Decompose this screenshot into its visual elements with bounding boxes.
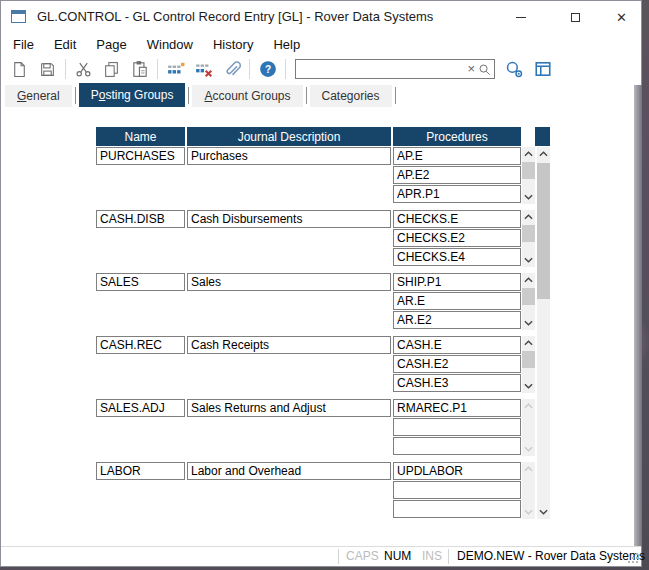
row-name-input[interactable]	[96, 147, 185, 165]
column-header-name: Name	[96, 127, 185, 146]
tab-general[interactable]: General	[5, 85, 72, 107]
scroll-thumb[interactable]	[522, 225, 535, 242]
scroll-up-icon[interactable]	[522, 462, 535, 476]
scroll-up-icon[interactable]	[522, 147, 535, 161]
scroll-up-icon[interactable]	[522, 336, 535, 350]
tab-posting-groups[interactable]: Posting Groups	[79, 83, 186, 107]
search-input[interactable]	[296, 61, 464, 77]
row-name-input[interactable]	[96, 336, 185, 354]
paste-button[interactable]	[127, 58, 152, 80]
row-procedure-input[interactable]	[393, 311, 521, 329]
tab-categories[interactable]: Categories	[310, 85, 392, 107]
row-procedure-input[interactable]	[393, 374, 521, 392]
layout-button[interactable]	[530, 58, 555, 80]
menu-page[interactable]: Page	[86, 37, 136, 52]
row-name-input[interactable]	[96, 462, 185, 480]
toolbar-separator	[65, 59, 66, 79]
row-procedure-input[interactable]	[393, 210, 521, 228]
tab-account-groups[interactable]: Account Groups	[192, 85, 302, 107]
toolbar: ? ×	[1, 55, 639, 83]
tab-strip: GeneralPosting GroupsAccount GroupsCateg…	[5, 83, 399, 107]
toolbar-separator	[249, 59, 250, 79]
minimize-button[interactable]	[500, 1, 542, 33]
maximize-button[interactable]	[554, 1, 596, 33]
row-name-input[interactable]	[96, 210, 185, 228]
cut-button[interactable]	[71, 58, 96, 80]
search-clear-icon[interactable]: ×	[464, 60, 478, 78]
row-name-input[interactable]	[96, 399, 185, 417]
search-icon[interactable]	[478, 63, 494, 76]
menu-window[interactable]: Window	[137, 37, 203, 52]
row-name-input[interactable]	[96, 273, 185, 291]
resize-grip-icon[interactable]	[627, 552, 638, 563]
row-procedure-input[interactable]	[393, 273, 521, 291]
row-procedure-input[interactable]	[393, 462, 521, 480]
row-description-input[interactable]	[187, 462, 391, 480]
row-description-input[interactable]	[187, 273, 391, 291]
scroll-down-icon[interactable]	[522, 505, 535, 519]
attachment-button[interactable]	[219, 58, 244, 80]
row-description-input[interactable]	[187, 210, 391, 228]
scroll-up-icon[interactable]	[522, 273, 535, 287]
copy-button[interactable]	[99, 58, 124, 80]
scroll-up-icon[interactable]	[522, 399, 535, 413]
row-procedure-input[interactable]	[393, 229, 521, 247]
scroll-down-icon[interactable]	[522, 379, 535, 393]
scroll-down-icon[interactable]	[522, 442, 535, 456]
row-procedure-input[interactable]	[393, 355, 521, 373]
row-procedure-input[interactable]	[393, 418, 521, 436]
row-procedure-input[interactable]	[393, 147, 521, 165]
row-description-input[interactable]	[187, 147, 391, 165]
row-procedure-input[interactable]	[393, 336, 521, 354]
insert-row-button[interactable]	[163, 58, 188, 80]
caps-lock-indicator: CAPS	[346, 547, 379, 566]
row-procedure-input[interactable]	[393, 185, 521, 203]
row-procedure-input[interactable]	[393, 292, 521, 310]
row-procedures-scrollbar[interactable]	[522, 462, 535, 519]
scroll-thumb[interactable]	[537, 163, 550, 299]
paperclip-icon	[223, 60, 241, 78]
row-procedure-input[interactable]	[393, 500, 521, 518]
maximize-icon	[571, 13, 580, 22]
help-button[interactable]: ?	[255, 58, 280, 80]
scroll-up-icon[interactable]	[522, 210, 535, 224]
scroll-thumb[interactable]	[522, 288, 535, 305]
row-description-input[interactable]	[187, 336, 391, 354]
scroll-down-icon[interactable]	[522, 316, 535, 330]
row-procedures-scrollbar[interactable]	[522, 147, 535, 204]
cut-icon	[75, 61, 92, 78]
row-description-input[interactable]	[187, 399, 391, 417]
tab-separator	[395, 87, 396, 104]
scroll-thumb[interactable]	[522, 351, 535, 368]
row-procedure-input[interactable]	[393, 248, 521, 266]
row-procedure-input[interactable]	[393, 166, 521, 184]
new-record-button[interactable]	[7, 58, 32, 80]
minimize-icon	[516, 17, 526, 18]
tab-separator	[306, 87, 307, 104]
window-title: GL.CONTROL - GL Control Record Entry [GL…	[37, 1, 433, 33]
row-procedure-input[interactable]	[393, 481, 521, 499]
save-button[interactable]	[35, 58, 60, 80]
row-procedure-input[interactable]	[393, 437, 521, 455]
table-vertical-scrollbar[interactable]	[537, 147, 550, 519]
scroll-down-icon[interactable]	[522, 253, 535, 267]
app-window: GL.CONTROL - GL Control Record Entry [GL…	[0, 0, 642, 567]
row-procedure-input[interactable]	[393, 399, 521, 417]
scroll-down-icon[interactable]	[537, 505, 550, 519]
menu-edit[interactable]: Edit	[44, 37, 86, 52]
menu-file[interactable]: File	[3, 37, 44, 52]
scroll-up-icon[interactable]	[537, 147, 550, 161]
scroll-down-icon[interactable]	[522, 190, 535, 204]
menu-help[interactable]: Help	[263, 37, 310, 52]
record-search-button[interactable]	[502, 58, 527, 80]
close-button[interactable]: ✕	[602, 1, 641, 33]
row-procedures-scrollbar[interactable]	[522, 336, 535, 393]
delete-row-button[interactable]	[191, 58, 216, 80]
insert-mode-indicator: INS	[422, 547, 442, 566]
row-procedures-scrollbar[interactable]	[522, 399, 535, 456]
row-procedures-scrollbar[interactable]	[522, 273, 535, 330]
scroll-thumb[interactable]	[522, 162, 535, 179]
row-procedures-scrollbar[interactable]	[522, 210, 535, 267]
column-header-procedures: Procedures	[393, 127, 521, 146]
menu-history[interactable]: History	[203, 37, 263, 52]
